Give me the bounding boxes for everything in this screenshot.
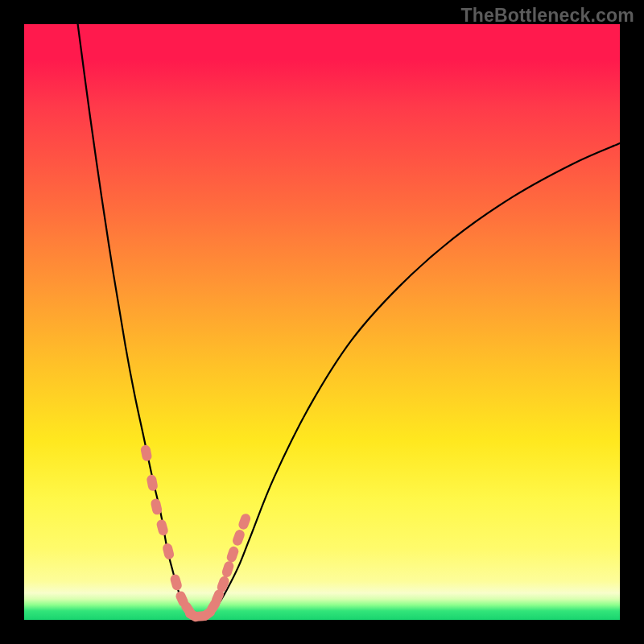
plot-area (24, 24, 620, 620)
data-point (140, 444, 153, 462)
data-point (225, 545, 240, 564)
curve-svg (24, 24, 620, 620)
chart-frame: TheBottleneck.com (0, 0, 644, 644)
data-point (237, 512, 252, 530)
data-point (169, 573, 183, 592)
watermark-text: TheBottleneck.com (460, 5, 634, 27)
data-point (162, 543, 175, 560)
data-point (155, 518, 169, 536)
data-points-group (140, 444, 252, 624)
data-point (221, 560, 235, 579)
data-point (146, 474, 159, 492)
data-point (231, 528, 246, 547)
